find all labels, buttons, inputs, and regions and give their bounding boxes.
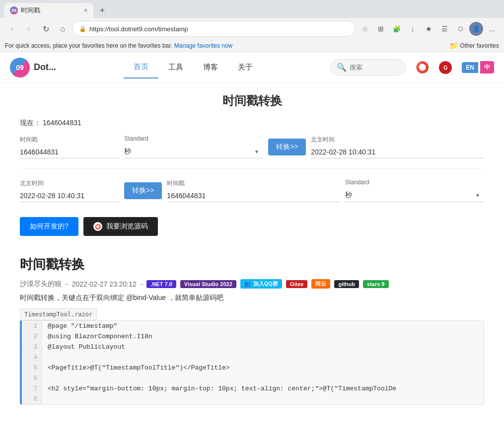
badge-net[interactable]: .NET 7.0 bbox=[146, 280, 176, 288]
view-source-label: 我要浏览源码 bbox=[106, 222, 148, 231]
forward-button[interactable]: › bbox=[22, 22, 36, 36]
logo-icon: 09 bbox=[10, 58, 30, 77]
badge-github[interactable]: github bbox=[334, 280, 359, 288]
gitee-link[interactable]: G bbox=[439, 61, 452, 74]
favorites-button[interactable]: ★ bbox=[422, 22, 435, 36]
converter-row-1: 时间戳 Standard 秒 转换>> 北京时间 2022-02-28 10:4… bbox=[20, 135, 484, 169]
more-button[interactable]: … bbox=[485, 22, 499, 36]
code-filename: TimestampTool.razor bbox=[20, 308, 97, 320]
line-content-6 bbox=[42, 373, 484, 383]
lang-zh-button[interactable]: 中 bbox=[480, 61, 494, 74]
badge-qq[interactable]: 👥 加入QQ群 bbox=[240, 279, 282, 289]
page-title: 时间戳转换 bbox=[20, 93, 484, 109]
address-bar[interactable]: 🔒 https://tool.dotnet9.com/timestamp bbox=[72, 21, 355, 37]
site-nav: 首页 工具 博客 关于 bbox=[66, 56, 320, 78]
code-block: 1 @page "/timestamp" 2 @using BlazorComp… bbox=[20, 320, 484, 405]
article-meta: 沙漠尽头的狼 - 2022-02-27 23:20:12 - .NET 7.0 … bbox=[20, 279, 484, 289]
current-value: 1646044831 bbox=[43, 119, 81, 127]
downloads-button[interactable]: ↓ bbox=[406, 22, 420, 36]
standard-select-1[interactable]: 秒 bbox=[124, 144, 263, 158]
site-header: 09 Dot... 首页 工具 博客 关于 🔍 ⭕ G EN 中 bbox=[0, 52, 504, 83]
standard-select-group-2: Standard 秒 bbox=[345, 179, 484, 202]
line-content-8 bbox=[42, 394, 484, 404]
standard-select-group-1: Standard 秒 bbox=[124, 135, 263, 158]
refresh-button[interactable]: ↻ bbox=[39, 22, 53, 36]
address-bar-row: ‹ › ↻ ⌂ 🔒 https://tool.dotnet9.com/times… bbox=[0, 18, 504, 40]
code-line: 3 @layout PublicLayout bbox=[22, 342, 484, 352]
lang-switcher[interactable]: EN 中 bbox=[462, 61, 494, 74]
timestamp-output-group-2: 时间戳 1646044831 bbox=[167, 179, 340, 202]
standard-select-wrapper-2[interactable]: 秒 bbox=[345, 188, 484, 202]
code-line: 2 @using BlazorComponent.I18n bbox=[22, 331, 484, 342]
article-separator-1: - bbox=[66, 280, 68, 288]
search-input[interactable] bbox=[350, 64, 399, 71]
article-title: 时间戳转换 bbox=[20, 256, 484, 273]
line-num-3: 3 bbox=[22, 342, 42, 352]
how-dev-button[interactable]: 如何开发的? bbox=[20, 217, 78, 236]
lang-en-button[interactable]: EN bbox=[462, 62, 478, 73]
article-separator-2: - bbox=[141, 280, 143, 288]
nav-home[interactable]: 首页 bbox=[124, 56, 158, 78]
back-button[interactable]: ‹ bbox=[5, 22, 19, 36]
code-line: 1 @page "/timestamp" bbox=[22, 321, 484, 331]
new-tab-button[interactable]: + bbox=[95, 3, 109, 17]
line-num-4: 4 bbox=[22, 353, 42, 363]
convert-button-1[interactable]: 转换>> bbox=[268, 139, 306, 155]
current-time-display: 现在： 1646044831 bbox=[20, 119, 484, 128]
line-num-2: 2 bbox=[22, 332, 42, 342]
code-line: 4 bbox=[22, 352, 484, 363]
badge-stars[interactable]: stars 9 bbox=[363, 280, 388, 288]
manage-favorites-link[interactable]: Manage favorites now bbox=[174, 42, 232, 49]
screenshot-button[interactable]: ⬡ bbox=[453, 22, 467, 36]
timestamp-label-1: 时间戳 bbox=[20, 136, 119, 144]
standard-label-2: Standard bbox=[345, 179, 484, 186]
timestamp-input-1[interactable] bbox=[20, 146, 119, 158]
code-line: 5 <PageTitle>@T("TimestampToolTitle")</P… bbox=[22, 363, 484, 373]
browser-chrome: 09 时间戳 × + ‹ › ↻ ⌂ 🔒 https://tool.dotnet… bbox=[0, 0, 504, 52]
nav-about[interactable]: 关于 bbox=[228, 57, 263, 78]
badge-vs[interactable]: Visual Studio 2022 bbox=[180, 280, 236, 288]
convert-button-2[interactable]: 转换>> bbox=[124, 182, 162, 199]
favorites-bar: For quick access, place your favorites h… bbox=[0, 40, 504, 52]
home-button[interactable]: ⌂ bbox=[56, 22, 70, 36]
nav-tools[interactable]: 工具 bbox=[158, 57, 193, 78]
standard-select-2[interactable]: 秒 bbox=[345, 188, 484, 202]
github-icon: ⭕ bbox=[93, 222, 102, 231]
active-tab[interactable]: 09 时间戳 × bbox=[4, 3, 93, 18]
url-text: https://tool.dotnet9.com/timestamp bbox=[89, 25, 349, 33]
beijing-input-2[interactable] bbox=[20, 190, 119, 202]
extensions-icon[interactable]: 🧩 bbox=[390, 22, 404, 36]
beijing-input-group-2: 北京时间 bbox=[20, 179, 119, 202]
view-source-button[interactable]: ⭕ 我要浏览源码 bbox=[83, 217, 158, 236]
logo-text: Dot... bbox=[34, 62, 56, 73]
tab-close-button[interactable]: × bbox=[84, 7, 87, 14]
action-buttons: 如何开发的? ⭕ 我要浏览源码 bbox=[20, 217, 484, 236]
folder-icon: 📁 bbox=[449, 42, 458, 50]
line-content-1: @page "/timestamp" bbox=[42, 321, 484, 331]
github-link[interactable]: ⭕ bbox=[416, 61, 429, 74]
badge-aliyun[interactable]: 阿云 bbox=[311, 279, 330, 289]
line-content-4 bbox=[42, 352, 484, 363]
reading-list-button[interactable]: ☰ bbox=[437, 22, 451, 36]
timestamp-input-group: 时间戳 bbox=[20, 136, 119, 158]
article-date: 2022-02-27 23:20:12 bbox=[72, 280, 137, 288]
standard-select-wrapper-1[interactable]: 秒 bbox=[124, 144, 263, 158]
lock-icon: 🔒 bbox=[79, 25, 86, 32]
other-favorites[interactable]: 📁 Other favorites bbox=[449, 42, 499, 50]
star-button[interactable]: ☆ bbox=[358, 22, 372, 36]
tab-title: 时间戳 bbox=[21, 6, 81, 15]
profile-button[interactable]: 👤 bbox=[469, 22, 483, 36]
line-num-5: 5 bbox=[22, 363, 42, 373]
toolbar-icons: ☆ ⊞ 🧩 ↓ ★ ☰ ⬡ 👤 … bbox=[358, 22, 499, 36]
code-line: 6 bbox=[22, 373, 484, 383]
collections-button[interactable]: ⊞ bbox=[374, 22, 388, 36]
search-icon: 🔍 bbox=[337, 63, 347, 72]
article-description: 时间戳转换，关键点在于双向绑定 @bind-Value ，就简单贴源码吧 bbox=[20, 294, 484, 302]
beijing-label-2: 北京时间 bbox=[20, 179, 119, 188]
nav-blog[interactable]: 博客 bbox=[193, 57, 228, 78]
main-content: 时间戳转换 现在： 1646044831 时间戳 Standard 秒 转换>> bbox=[0, 83, 504, 415]
converter-row-2: 北京时间 转换>> 时间戳 1646044831 Standard 秒 bbox=[20, 179, 484, 202]
badge-gitee[interactable]: Gitee bbox=[286, 280, 308, 288]
search-box[interactable]: 🔍 bbox=[330, 59, 406, 75]
current-label: 现在： bbox=[20, 119, 41, 127]
